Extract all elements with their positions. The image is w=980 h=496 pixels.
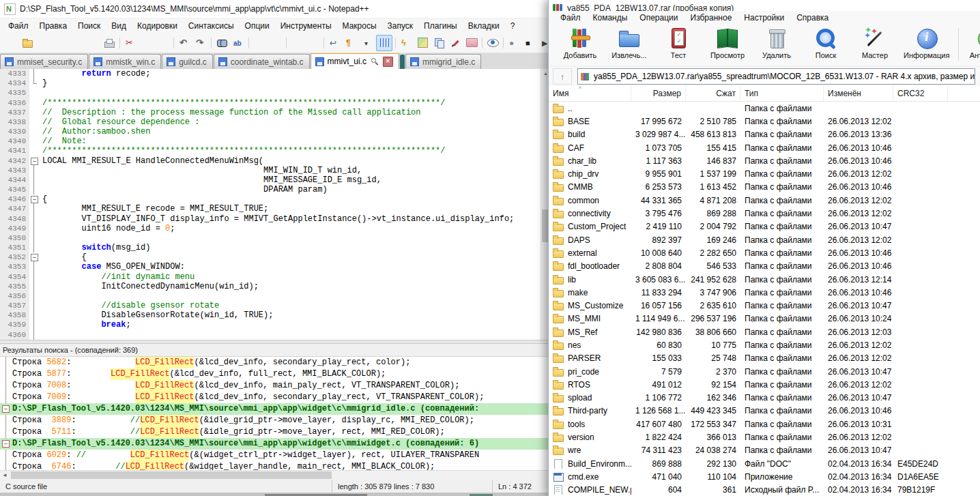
code-line[interactable]: 4348 VT_DISPLAY_INFO_T display_info = MM…: [0, 214, 541, 224]
file-list-row[interactable]: MS_Customize 16 057 156 2 635 610 Папка …: [549, 299, 980, 312]
pin-icon[interactable]: [371, 58, 379, 65]
file-list-row[interactable]: common 44 331 365 4 871 208 Папка с файл…: [549, 194, 980, 207]
result-fold-margin[interactable]: [0, 403, 12, 415]
file-list-row[interactable]: version 1 822 424 366 013 Папка с файлам…: [549, 431, 980, 443]
result-match-row[interactable]: Строка 5877: LCD_FillRect(&lcd_dev_info,…: [0, 368, 550, 380]
column-header-packed[interactable]: Сжат: [686, 86, 740, 101]
result-match-row[interactable]: Строка 7009: LCD_FillRect(&lcd_dev_info,…: [0, 392, 550, 403]
menu-item[interactable]: Вкладки: [463, 20, 505, 32]
menu-item[interactable]: Команды: [587, 12, 634, 24]
tab-coordinate-wintab-c[interactable]: coordinate_wintab.c✕: [214, 54, 310, 69]
result-fold-margin[interactable]: [0, 438, 12, 450]
code-line[interactable]: 4352 {: [0, 252, 541, 262]
menu-item[interactable]: Синтаксисы: [183, 20, 240, 32]
menu-item[interactable]: Справка: [790, 12, 835, 24]
results-horizontal-scrollbar[interactable]: ◄: [0, 470, 550, 480]
file-list-row[interactable]: lib 3 605 083 6... 241 952 628 Папка с ф…: [549, 273, 980, 286]
file-list-row[interactable]: Build_Environm... 869 888 292 130 Файл "…: [549, 457, 980, 470]
up-one-level-button[interactable]: ↑: [553, 68, 572, 85]
file-list-row[interactable]: make 11 833 294 3 747 906 Папка с файлам…: [549, 286, 980, 299]
column-header-size[interactable]: Размер: [631, 86, 686, 101]
file-list-row[interactable]: external 10 008 640 2 282 650 Папка с фа…: [549, 246, 980, 259]
file-list-row[interactable]: DAPS 892 397 169 246 Папка с файлами 26.…: [549, 233, 980, 246]
code-line[interactable]: 4358 DisableGsensorRotate(win_id, TRUE);: [0, 310, 541, 320]
code-line[interactable]: 4360: [0, 330, 541, 340]
code-line[interactable]: 4354 //init dynamic menu: [0, 272, 541, 282]
result-match-row[interactable]: Строка 6029: // LCD_FillRect(&(widget_ct…: [0, 450, 550, 461]
code-line[interactable]: 4355 InitConectedDynamicMenu(win_id);: [0, 282, 541, 291]
code-line[interactable]: 4339// Author:samboo.shen: [0, 127, 541, 136]
code-line[interactable]: 4343 MMI_WIN_ID_T win_id,: [0, 166, 541, 175]
result-match-row[interactable]: Строка 5711: //LCD_FillRect(&idle_grid_p…: [0, 426, 550, 438]
file-list-row[interactable]: char_lib 1 117 363 146 837 Папка с файла…: [549, 154, 980, 167]
code-line[interactable]: 4351 switch(msg_id): [0, 243, 541, 252]
file-list-row[interactable]: PARSER 155 033 25 748 Папка с файлами 26…: [549, 352, 980, 365]
code-editor[interactable]: 4333 return recode;4334}43354336/*******…: [0, 69, 550, 340]
file-list-row[interactable]: spload 1 106 772 162 346 Папка с файлами…: [549, 392, 980, 405]
result-match-row[interactable]: Строка 7008: LCD_FillRect(&lcd_dev_info,…: [0, 380, 550, 392]
menu-item[interactable]: Файл: [3, 20, 34, 32]
code-line[interactable]: 4349 uint16 node_id = 0;: [0, 224, 541, 233]
code-line[interactable]: 4336/***********************************…: [0, 98, 541, 108]
menu-item[interactable]: Плагины: [418, 20, 463, 32]
file-list-row[interactable]: chip_drv 9 955 901 1 537 199 Папка с фай…: [549, 167, 980, 180]
menu-item[interactable]: Кодировки: [132, 20, 183, 32]
menu-item[interactable]: Запуск: [382, 20, 419, 32]
column-header-modified[interactable]: Изменён: [824, 86, 893, 101]
code-line[interactable]: 4353 case MSG_OPEN_WINDOW:: [0, 262, 541, 272]
menu-item[interactable]: Вид: [106, 20, 132, 32]
file-list-row[interactable]: wre 74 311 423 24 038 274 Папка с файлам…: [549, 444, 980, 457]
file-list-row[interactable]: MS_MMI 1 114 949 6... 296 537 196 Папка …: [549, 312, 980, 325]
result-file-row[interactable]: D:\SP_Flash_Tool_v5.1420.03\1234\MS_MMI\…: [0, 403, 550, 415]
code-line[interactable]: 4346{: [0, 194, 541, 204]
menu-item[interactable]: Инструменты: [275, 20, 337, 32]
menu-item[interactable]: Операции: [633, 12, 684, 24]
code-line[interactable]: 4333 return recode;: [0, 69, 541, 78]
menu-item[interactable]: Настройки: [738, 12, 790, 24]
tab-mmistk-win-c[interactable]: mmistk_win.c✕: [89, 54, 161, 69]
close-tab-icon[interactable]: ✕: [383, 57, 393, 67]
menu-item[interactable]: Опции: [240, 20, 275, 32]
archive-path-combobox[interactable]: ya855_PDA_12BW13.07.rar\ya855_spreadtrum…: [577, 68, 975, 85]
menu-item[interactable]: Избранное: [684, 12, 738, 24]
code-line[interactable]: 4342LOCAL MMI_RESULT_E HandleConnectedMe…: [0, 156, 541, 166]
file-list-row[interactable]: CAF 1 073 705 155 415 Папка с файлами 26…: [549, 141, 980, 154]
menu-item[interactable]: Правка: [34, 20, 73, 32]
column-header-type[interactable]: Тип: [740, 86, 824, 101]
code-line[interactable]: 4344 MMI_MESSAGE_ID_E msg_id,: [0, 175, 541, 185]
code-line[interactable]: 4359 break;: [0, 320, 541, 330]
code-line[interactable]: 4337// Description : the process message…: [0, 108, 541, 117]
column-header-crc32[interactable]: CRC32: [893, 86, 948, 101]
fold-margin[interactable]: [29, 156, 39, 166]
menu-item[interactable]: Файл: [554, 12, 587, 24]
code-line[interactable]: 4335: [0, 88, 541, 98]
result-match-row[interactable]: Строка 6746: //LCD_FillRect(&widget_laye…: [0, 461, 550, 470]
code-line[interactable]: 4350: [0, 233, 541, 243]
file-list-row[interactable]: tools 417 607 480 172 553 347 Папка с фа…: [549, 418, 980, 431]
scroll-left-icon[interactable]: ◄: [0, 471, 10, 480]
file-list-row[interactable]: build 3 029 987 4... 458 613 813 Папка с…: [549, 128, 980, 141]
file-list-row[interactable]: CMMB 6 253 573 1 613 452 Папка с файлами…: [549, 181, 980, 194]
result-match-row[interactable]: Строка 3889: //LCD_FillRect(&idle_grid_p…: [0, 415, 550, 426]
file-list-row[interactable]: connectivity 3 795 476 869 288 Папка с ф…: [549, 207, 980, 220]
tab-mmivt-ui-c[interactable]: mmivt_ui.c✕: [311, 53, 399, 69]
file-list-row[interactable]: fdl_bootloader 2 808 804 546 533 Папка с…: [549, 260, 980, 273]
file-list-row[interactable]: BASE 17 995 672 2 510 785 Папка с файлам…: [549, 115, 980, 128]
tab-mmigrid-idle-c[interactable]: mmigrid_idle.c✕: [405, 54, 481, 69]
file-list-row[interactable]: pri_code 7 579 2 370 Папка с файлами 26.…: [549, 365, 980, 378]
menu-item[interactable]: ?: [505, 20, 521, 32]
code-line[interactable]: 4357 //disable gsensor rotate: [0, 301, 541, 310]
result-match-row[interactable]: Строка 5682: LCD_FillRect(&lcd_dev_info,…: [0, 357, 550, 368]
file-list-row[interactable]: Custom_Project 2 419 110 2 004 792 Папка…: [549, 220, 980, 233]
code-line[interactable]: 4334}: [0, 78, 541, 88]
file-list-row[interactable]: Third-party 1 126 568 1... 449 423 345 П…: [549, 405, 980, 418]
file-list-row[interactable]: nes 60 830 10 775 Папка с файлами 26.06.…: [549, 338, 980, 351]
code-line[interactable]: 4340// Note:: [0, 136, 541, 146]
file-list-row[interactable]: MS_Ref 142 980 836 38 806 660 Папка с фа…: [549, 325, 980, 338]
menu-item[interactable]: Поиск: [72, 20, 106, 32]
code-line[interactable]: 4341/***********************************…: [0, 146, 541, 156]
scrollbar-thumb[interactable]: [11, 471, 332, 479]
code-line[interactable]: 4345 DPARAM param): [0, 185, 541, 194]
file-list-row[interactable]: .. Папка с файлами: [549, 102, 980, 115]
menu-item[interactable]: Макросы: [337, 20, 382, 32]
